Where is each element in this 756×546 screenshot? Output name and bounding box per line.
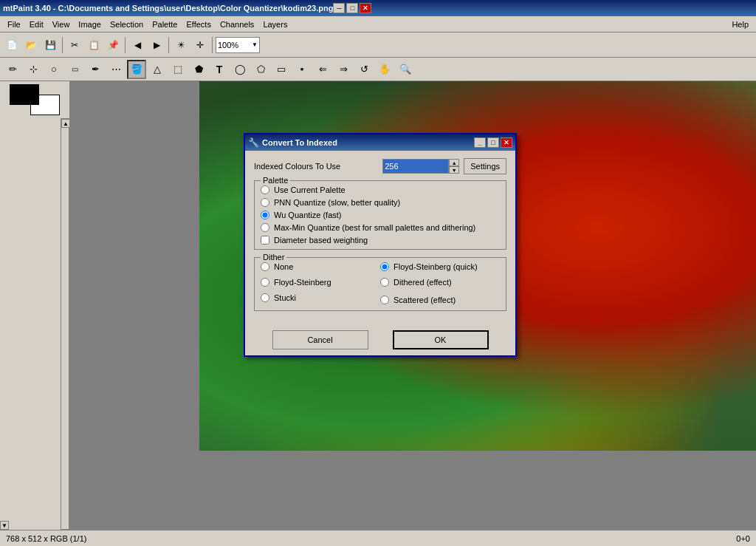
dithered-effect-label[interactable]: Dithered (effect)	[394, 278, 452, 287]
pnn-quantize-label[interactable]: PNN Quantize (slow, better quality)	[274, 198, 400, 207]
dialog-overlay: 🔧 Convert To Indexed _ □ ✕ Indexed Colou…	[0, 0, 756, 546]
dithered-effect-radio[interactable]	[380, 278, 389, 287]
convert-to-indexed-dialog: 🔧 Convert To Indexed _ □ ✕ Indexed Colou…	[244, 133, 517, 357]
pnn-quantize-radio[interactable]	[261, 198, 269, 207]
dither-options-grid: None Floyd-Steinberg (quick) Floyd-Stein…	[261, 262, 500, 306]
diameter-row: Diameter based weighting	[261, 236, 500, 245]
use-current-palette-radio[interactable]	[261, 185, 269, 194]
stucki-row: Stucki	[261, 293, 380, 302]
none-row: None	[261, 262, 380, 271]
floyd-steinberg-row: Floyd-Steinberg	[261, 278, 380, 287]
scattered-effect-row: Scattered (effect)	[380, 293, 500, 306]
dither-group-label: Dither	[261, 253, 286, 262]
floyd-steinberg-quick-row: Floyd-Steinberg (quick)	[380, 262, 500, 271]
use-current-palette-label[interactable]: Use Current Palette	[274, 185, 346, 194]
none-label[interactable]: None	[274, 262, 293, 271]
dithered-effect-row: Dithered (effect)	[380, 278, 500, 287]
dialog-buttons: Cancel OK	[245, 326, 515, 355]
spin-up-button[interactable]: ▲	[449, 159, 459, 166]
dialog-icon: 🔧	[248, 137, 259, 148]
dialog-maximize-button[interactable]: □	[487, 137, 499, 148]
pnn-quantize-row: PNN Quantize (slow, better quality)	[261, 198, 500, 207]
floyd-steinberg-label[interactable]: Floyd-Steinberg	[274, 278, 331, 287]
wu-quantize-radio[interactable]	[261, 211, 269, 219]
max-min-radio[interactable]	[261, 223, 269, 232]
wu-quantize-label[interactable]: Wu Quantize (fast)	[274, 211, 342, 219]
stucki-radio[interactable]	[261, 293, 269, 302]
settings-button[interactable]: Settings	[464, 158, 506, 174]
cancel-button[interactable]: Cancel	[272, 330, 368, 349]
scattered-effect-radio[interactable]	[380, 296, 389, 304]
diameter-label[interactable]: Diameter based weighting	[274, 236, 368, 245]
indexed-colours-label: Indexed Colours To Use	[254, 162, 382, 171]
wu-quantize-row: Wu Quantize (fast)	[261, 211, 500, 219]
spin-buttons: ▲ ▼	[449, 159, 459, 174]
dialog-close-button[interactable]: ✕	[501, 137, 512, 148]
max-min-row: Max-Min Quantize (best for small palette…	[261, 223, 500, 232]
use-current-palette-row: Use Current Palette	[261, 185, 500, 194]
scattered-effect-label[interactable]: Scattered (effect)	[394, 296, 456, 304]
none-radio[interactable]	[261, 262, 269, 271]
palette-group: Palette Use Current Palette PNN Quantize…	[254, 180, 506, 250]
dialog-body: Indexed Colours To Use ▲ ▼ Settings Pale…	[245, 151, 515, 326]
dialog-title: Convert To Indexed	[262, 138, 472, 147]
stucki-label[interactable]: Stucki	[274, 293, 296, 302]
dither-group: Dither None Floyd-Steinberg (quick) Floy…	[254, 257, 506, 311]
palette-group-label: Palette	[261, 176, 290, 185]
ok-button[interactable]: OK	[393, 330, 489, 349]
diameter-checkbox[interactable]	[261, 236, 269, 245]
floyd-steinberg-radio[interactable]	[261, 278, 269, 287]
dialog-title-bar: 🔧 Convert To Indexed _ □ ✕	[245, 134, 515, 151]
indexed-colours-input-wrap: ▲ ▼	[382, 159, 459, 174]
indexed-colours-row: Indexed Colours To Use ▲ ▼ Settings	[254, 158, 506, 174]
floyd-steinberg-quick-radio[interactable]	[380, 262, 389, 271]
dialog-minimize-button[interactable]: _	[474, 137, 486, 148]
floyd-steinberg-quick-label[interactable]: Floyd-Steinberg (quick)	[394, 262, 478, 271]
spin-down-button[interactable]: ▼	[449, 166, 459, 174]
indexed-colours-input[interactable]	[382, 159, 449, 174]
max-min-label[interactable]: Max-Min Quantize (best for small palette…	[274, 223, 475, 232]
